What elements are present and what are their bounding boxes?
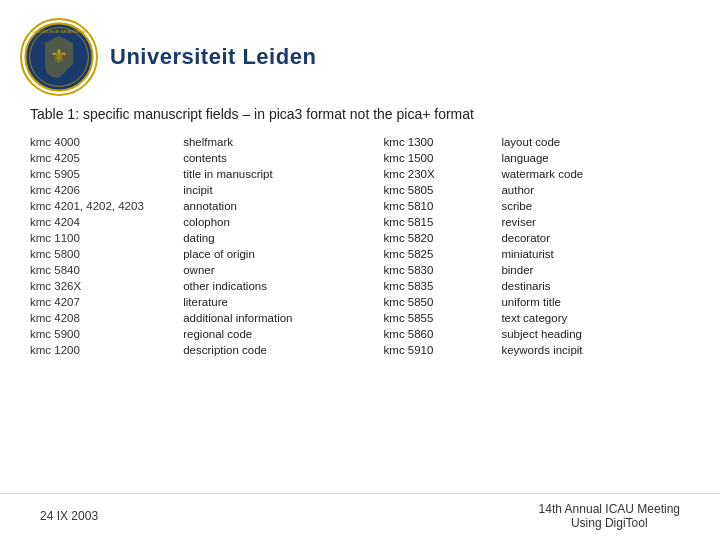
table-row: kmc 4205contentskmc 1500language <box>30 150 690 166</box>
field-name: author <box>501 182 690 198</box>
kmc-code: kmc 4000 <box>30 134 183 150</box>
kmc-code: kmc 4204 <box>30 214 183 230</box>
field-name: text category <box>501 310 690 326</box>
footer-date: 24 IX 2003 <box>40 509 98 523</box>
table-row: kmc 4204colophonkmc 5815reviser <box>30 214 690 230</box>
svg-text:LUGGDUNUM BATAVORUM: LUGGDUNUM BATAVORUM <box>32 29 87 34</box>
field-name: contents <box>183 150 383 166</box>
table-row: kmc 5905title in manuscriptkmc 230Xwater… <box>30 166 690 182</box>
kmc-code: kmc 5850 <box>384 294 502 310</box>
kmc-code: kmc 5910 <box>384 342 502 358</box>
field-name: incipit <box>183 182 383 198</box>
kmc-code: kmc 5810 <box>384 198 502 214</box>
kmc-code: kmc 5820 <box>384 230 502 246</box>
footer-event-line2: Using DigiTool <box>539 516 680 530</box>
table-row: kmc 5900regional codekmc 5860subject hea… <box>30 326 690 342</box>
page-header: ⚜ LUGGDUNUM BATAVORUM Universiteit Leide… <box>0 0 720 106</box>
kmc-code: kmc 1200 <box>30 342 183 358</box>
table-row: kmc 1100datingkmc 5820decorator <box>30 230 690 246</box>
kmc-code: kmc 5805 <box>384 182 502 198</box>
kmc-code: kmc 5905 <box>30 166 183 182</box>
svg-text:⚜: ⚜ <box>50 45 68 67</box>
kmc-code: kmc 4205 <box>30 150 183 166</box>
field-name: colophon <box>183 214 383 230</box>
field-name: layout code <box>501 134 690 150</box>
university-logo: ⚜ LUGGDUNUM BATAVORUM <box>20 18 98 96</box>
kmc-code: kmc 4207 <box>30 294 183 310</box>
table-row: kmc 326Xother indicationskmc 5835destina… <box>30 278 690 294</box>
table-row: kmc 1200description codekmc 5910keywords… <box>30 342 690 358</box>
field-name: uniform title <box>501 294 690 310</box>
field-name: literature <box>183 294 383 310</box>
kmc-code: kmc 230X <box>384 166 502 182</box>
field-name: additional information <box>183 310 383 326</box>
field-name: shelfmark <box>183 134 383 150</box>
kmc-code: kmc 5830 <box>384 262 502 278</box>
field-name: annotation <box>183 198 383 214</box>
kmc-code: kmc 1500 <box>384 150 502 166</box>
table-row: kmc 4207literaturekmc 5850uniform title <box>30 294 690 310</box>
kmc-code: kmc 5800 <box>30 246 183 262</box>
field-name: dating <box>183 230 383 246</box>
kmc-code: kmc 4206 <box>30 182 183 198</box>
main-content: Table 1: specific manuscript fields – in… <box>0 106 720 368</box>
kmc-code: kmc 5840 <box>30 262 183 278</box>
kmc-code: kmc 326X <box>30 278 183 294</box>
field-name: other indications <box>183 278 383 294</box>
kmc-code: kmc 1100 <box>30 230 183 246</box>
field-name: keywords incipit <box>501 342 690 358</box>
field-name: subject heading <box>501 326 690 342</box>
footer-event: 14th Annual ICAU Meeting Using DigiTool <box>539 502 680 530</box>
page-footer: 24 IX 2003 14th Annual ICAU Meeting Usin… <box>0 493 720 540</box>
field-name: miniaturist <box>501 246 690 262</box>
field-name: place of origin <box>183 246 383 262</box>
table-row: kmc 5840ownerkmc 5830binder <box>30 262 690 278</box>
university-name: Universiteit Leiden <box>110 44 316 70</box>
manuscript-fields-table: kmc 4000shelfmarkkmc 1300layout codekmc … <box>30 134 690 358</box>
kmc-code: kmc 5900 <box>30 326 183 342</box>
logo-container: ⚜ LUGGDUNUM BATAVORUM Universiteit Leide… <box>20 18 316 96</box>
table-title: Table 1: specific manuscript fields – in… <box>30 106 690 122</box>
table-row: kmc 4208additional informationkmc 5855te… <box>30 310 690 326</box>
field-name: reviser <box>501 214 690 230</box>
field-name: scribe <box>501 198 690 214</box>
kmc-code: kmc 1300 <box>384 134 502 150</box>
kmc-code: kmc 5835 <box>384 278 502 294</box>
kmc-code: kmc 4208 <box>30 310 183 326</box>
kmc-code: kmc 5825 <box>384 246 502 262</box>
kmc-code: kmc 5815 <box>384 214 502 230</box>
field-name: destinaris <box>501 278 690 294</box>
field-name: binder <box>501 262 690 278</box>
field-name: title in manuscript <box>183 166 383 182</box>
table-row: kmc 4206incipitkmc 5805author <box>30 182 690 198</box>
table-row: kmc 5800place of originkmc 5825miniaturi… <box>30 246 690 262</box>
kmc-code: kmc 5855 <box>384 310 502 326</box>
table-row: kmc 4201, 4202, 4203annotationkmc 5810sc… <box>30 198 690 214</box>
kmc-code: kmc 5860 <box>384 326 502 342</box>
field-name: regional code <box>183 326 383 342</box>
field-name: description code <box>183 342 383 358</box>
footer-event-line1: 14th Annual ICAU Meeting <box>539 502 680 516</box>
field-name: decorator <box>501 230 690 246</box>
field-name: owner <box>183 262 383 278</box>
table-row: kmc 4000shelfmarkkmc 1300layout code <box>30 134 690 150</box>
field-name: language <box>501 150 690 166</box>
kmc-code: kmc 4201, 4202, 4203 <box>30 198 183 214</box>
field-name: watermark code <box>501 166 690 182</box>
